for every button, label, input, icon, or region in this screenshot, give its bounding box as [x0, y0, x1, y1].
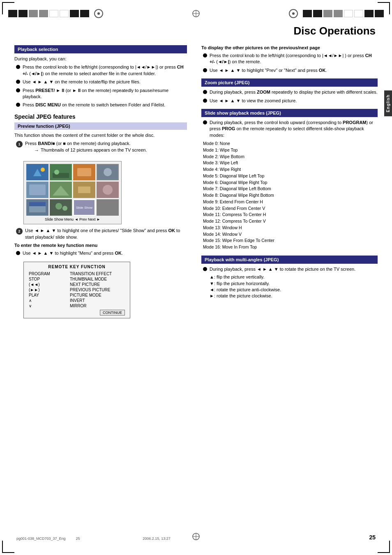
mode-10: Mode 10: Extend From Center V: [203, 205, 378, 212]
zoom-dot-1: [203, 90, 207, 94]
display-other-bullet-1: Press the control knob to the left/right…: [201, 53, 378, 65]
thumb-cell-5: [26, 182, 48, 198]
slideshow-modes-dot: [203, 120, 207, 124]
bullet-dot-1: [16, 65, 20, 69]
svg-point-22: [55, 203, 62, 210]
remote-menu-title-bold: To enter the remote key function menu: [14, 243, 97, 248]
remote-func-1: TRANSITION EFFECT: [70, 272, 112, 276]
thumb-cell-10: [50, 199, 72, 216]
multi-angle-sub-2: ▼: flip the picture horizontally.: [210, 281, 355, 287]
bullet-item-2: Use ◄ ► ▲ ▼ on the remote to rotate/flip…: [14, 79, 187, 85]
thumb-img-5: [27, 182, 48, 197]
top-crosshair: [191, 9, 201, 19]
slideshow-modes-bullet: During playback, press the control knob …: [201, 120, 378, 138]
remote-func-3: NEXT PICTURE: [70, 282, 100, 287]
display-other-title-bold: To display the other pictures on the pre…: [201, 45, 320, 50]
continue-button[interactable]: CONTINUE: [100, 310, 125, 315]
zoom-picture-header: Zoom picture (JPEG): [201, 78, 378, 87]
thumb-cell-6: [50, 182, 72, 198]
strip-block-r8: [375, 10, 384, 17]
strip-block-r1: [303, 10, 312, 17]
remote-table-title: REMOTE KEY FUNCTION: [29, 265, 125, 269]
bullet-item-3: Press PRESET/ ► II (or ► II on the remot…: [14, 88, 187, 100]
thumb-img-8: [97, 182, 118, 197]
mode-11: Mode 11: Compress To Center H: [203, 212, 378, 218]
special-jpeg-title: Special JPEG features: [14, 113, 187, 120]
bullet-text-3: Press PRESET/ ► II (or ► II on the remot…: [23, 88, 187, 100]
display-other-section: To display the other pictures on the pre…: [201, 45, 378, 74]
remote-key-6: ∧: [29, 298, 66, 303]
slideshow-modes-header: Slide show playback modes (JPEG): [201, 109, 378, 117]
thumb-cell-12: [97, 199, 119, 216]
remote-func-5: PICTURE MODE: [70, 293, 101, 297]
mode-4: Mode 4: Wipe Right: [203, 166, 378, 173]
display-other-text-1: Press the control knob to the left/right…: [210, 53, 378, 65]
thumb-img-1: [27, 165, 48, 180]
remote-func-6: INVERT: [70, 298, 85, 303]
strip-circle-left: [94, 9, 103, 18]
remote-key-2: STOP: [29, 277, 66, 281]
svg-point-9: [104, 168, 112, 176]
multi-angle-sub-3: ◄: rotate the picture anti-clockwise.: [210, 287, 355, 293]
remote-row-6: ∧ INVERT: [29, 298, 125, 303]
svg-point-17: [103, 185, 113, 195]
mode-1: Mode 1: Wipe Top: [203, 147, 378, 154]
zoom-bullet-2: Use ◄ ► ▲ ▼ to view the zoomed picture.: [201, 98, 378, 104]
preview-function-header: Preview function (JPEG): [14, 122, 187, 130]
thumb-cell-3: [73, 164, 95, 180]
arrow-symbol-1: →: [34, 147, 39, 154]
thumb-cell-4: [97, 164, 119, 180]
bullet-text-4: Press DISC MENU on the remote to switch …: [23, 102, 165, 108]
strip-right: [289, 9, 384, 18]
mode-12: Mode 12: Compress To Center V: [203, 218, 378, 225]
numbered-item-1: 1 Press BAND/■ (or ■ on the remote) duri…: [14, 140, 187, 155]
bottom-crosshair: [191, 532, 201, 542]
mode-0: Mode 0: None: [203, 140, 378, 147]
thumb-cell-7: [73, 182, 95, 198]
thumb-grid: Slide Show: [26, 164, 119, 216]
svg-rect-19: [29, 206, 46, 212]
strip-block-r2: [313, 10, 322, 17]
bullet-item-4: Press DISC MENU on the remote to switch …: [14, 102, 187, 108]
svg-point-5: [54, 170, 59, 175]
special-jpeg-section: Special JPEG features Preview function (…: [14, 113, 187, 322]
bullet-dot-2: [16, 80, 20, 84]
crosshair-top-icon: [191, 9, 201, 18]
remote-menu-text: Use ◄ ► ▲ ▼ to highlight "Menu" and pres…: [23, 250, 123, 256]
strip-block-1: [8, 10, 17, 17]
left-column: Playback selection During playback, you …: [14, 45, 187, 327]
mode-list: Mode 0: None Mode 1: Wipe Top Mode 2: Wi…: [201, 140, 378, 251]
zoom-text-1: During playback, press ZOOM repeatedly t…: [210, 89, 378, 95]
slideshow-modes-text: During playback, press the control knob …: [210, 120, 378, 138]
slideshow-modes-section: Slide show playback modes (JPEG) During …: [201, 109, 378, 251]
language-tab: English: [384, 90, 392, 116]
remote-key-3: (◄◄): [29, 282, 66, 287]
multi-angles-section: Playback with multi-angles (JPEG) During…: [201, 256, 378, 299]
strip-block-7: [70, 10, 79, 17]
strip-block-r3: [323, 10, 332, 17]
strip-block-r4: [334, 10, 343, 17]
mode-14: Mode 14: Window V: [203, 231, 378, 238]
svg-rect-24: [97, 200, 118, 215]
thumb-cell-2: [50, 164, 72, 180]
remote-row-1: PROGRAM TRANSITION EFFECT: [29, 272, 125, 276]
continue-button-area: CONTINUE: [29, 310, 125, 315]
footer-file: pg001-038_MCD703_37_Eng: [16, 537, 66, 541]
strip-block-r6: [354, 10, 363, 17]
footer-page: 25: [76, 537, 80, 541]
mode-15: Mode 15: Wipe From Edge To Center: [203, 237, 378, 244]
display-other-title: To display the other pictures on the pre…: [201, 45, 378, 50]
page-title-area: Disc Operations: [294, 25, 376, 37]
thumb-cell-8: [97, 182, 119, 198]
remote-row-5: PLAY PICTURE MODE: [29, 293, 125, 297]
slideshow-label: Slide Show: [75, 205, 93, 210]
remote-row-2: STOP THUMBNAIL MODE: [29, 277, 125, 281]
bullet-dot-4: [16, 103, 20, 107]
strip-block-r5: [344, 10, 353, 17]
mode-7: Mode 7: Diagonal Wipe Left Bottom: [203, 186, 378, 192]
thumb-caption: Slide Show Menu ◄ Prev Next ►: [26, 217, 119, 221]
playback-intro: During playback, you can:: [14, 56, 187, 62]
mode-16: Mode 16: Move In From Top: [203, 244, 378, 251]
remote-key-1: PROGRAM: [29, 272, 66, 276]
thumb-img-9: [27, 200, 48, 215]
